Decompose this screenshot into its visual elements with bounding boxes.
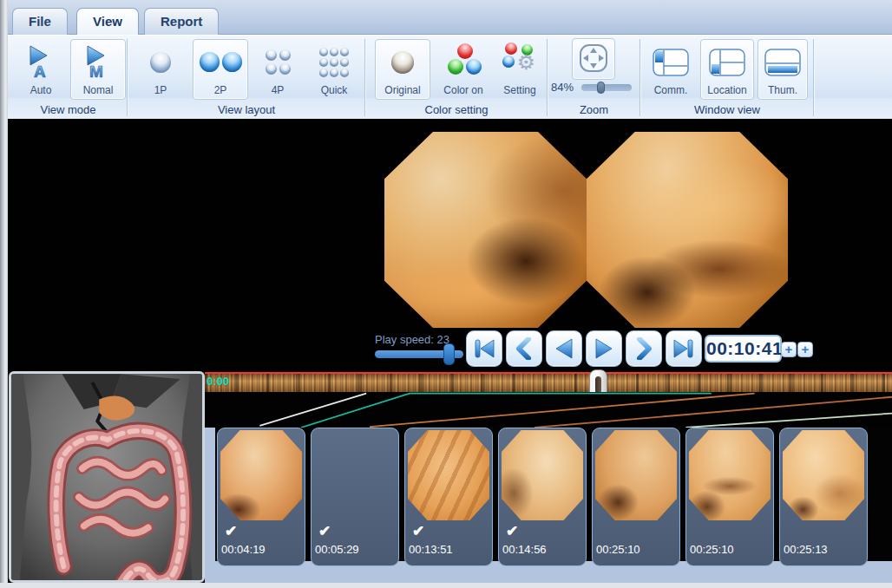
group-view-mode: A Auto M Nomal View mode [10, 36, 127, 120]
step-forward-button[interactable] [626, 330, 662, 367]
add-marker-button-1[interactable]: + [781, 342, 797, 357]
play-backward-button[interactable] [546, 330, 582, 367]
scrubber-grip [595, 376, 601, 394]
layout-1p-button[interactable]: 1P [135, 39, 186, 100]
thumbnail-card[interactable]: 00:25:10 [592, 428, 680, 566]
button-label: Setting [503, 84, 535, 97]
thumbnail-timestamp: 00:25:10 [690, 543, 734, 556]
anatomy-map [11, 374, 202, 580]
two-pane-icon [193, 40, 247, 84]
graph-line-pale-green [685, 414, 892, 428]
button-label: Auto [30, 84, 52, 97]
auto-mode-button[interactable]: A Auto [14, 39, 68, 100]
layout-4p-button[interactable]: 4P [253, 39, 303, 100]
original-color-button[interactable]: Original [375, 39, 430, 100]
layout-quick-button[interactable]: Quick [307, 39, 361, 100]
play-forward-button[interactable] [586, 330, 622, 367]
group-zoom: 84% Zoom [548, 36, 639, 120]
transit-graph [205, 392, 892, 428]
four-pane-icon [253, 40, 302, 84]
triangle-right-icon [593, 337, 615, 360]
check-icon: ✔ [225, 522, 237, 540]
tab-view[interactable]: View [76, 8, 139, 36]
button-label: Color on [443, 84, 482, 97]
svg-text:A: A [34, 62, 46, 80]
chevron-left-icon [513, 337, 535, 360]
quick-grid-icon [308, 40, 360, 84]
original-sphere-icon [376, 40, 430, 84]
color-setting-button[interactable]: ⚙ Setting [495, 39, 545, 100]
zoom-slider[interactable] [581, 84, 632, 91]
group-caption: Color setting [366, 103, 547, 118]
zoom-fit-button[interactable] [572, 38, 615, 80]
location-layout-icon [701, 40, 753, 84]
graph-line-orange-1 [370, 394, 755, 428]
endoscopy-video-left [384, 132, 587, 328]
thumbnail-card[interactable]: 00:25:13 [779, 428, 868, 566]
add-marker-button-2[interactable]: + [797, 342, 813, 357]
skip-start-icon [472, 337, 496, 360]
skip-end-icon [672, 337, 696, 360]
thumbnail-strip-edge [205, 428, 215, 561]
comm-layout-icon [646, 40, 696, 84]
layout-2p-button[interactable]: 2P [193, 39, 248, 100]
button-label: 2P [214, 84, 227, 97]
thumbnail-card[interactable]: ✔00:05:29 [311, 428, 399, 566]
thumbnail-timestamp: 00:13:51 [409, 543, 453, 556]
thumbnail-card[interactable]: ✔00:04:19 [217, 428, 305, 566]
anatomy-location-panel [9, 371, 205, 583]
nomal-mode-button[interactable]: M Nomal [70, 39, 126, 100]
window-frame-left [0, 0, 8, 588]
check-icon: ✔ [506, 522, 518, 540]
one-pane-icon [136, 40, 185, 84]
thumbnail-strip: ✔00:04:19✔00:05:29✔00:13:51✔00:14:5600:2… [205, 428, 892, 583]
thumbnail-image [220, 430, 302, 520]
zoom-slider-handle[interactable] [597, 82, 605, 94]
color-on-button[interactable]: Color on [436, 39, 491, 100]
thumbnail-image [689, 430, 771, 520]
group-caption: Window view [641, 103, 813, 118]
transit-graph-canvas [205, 392, 892, 428]
button-label: 4P [272, 84, 285, 97]
triangle-left-icon [553, 337, 575, 360]
group-caption: View mode [10, 103, 127, 118]
play-speed-handle[interactable] [443, 343, 455, 365]
group-color-setting: Original Color on ⚙ Setting Color settin… [366, 36, 547, 120]
thumbnail-timestamp: 00:14:56 [502, 543, 547, 556]
button-label: Original [384, 84, 420, 97]
button-label: Quick [321, 84, 348, 97]
timeline-track[interactable]: 0:00 [205, 372, 892, 392]
ribbon: A Auto M Nomal View mode 1P 2P 4P [8, 35, 892, 119]
thumbnail-timestamp: 00:05:29 [315, 543, 359, 556]
timeline-start-label: 0:00 [207, 375, 229, 388]
timeline-color-bar[interactable] [205, 374, 892, 392]
skip-to-start-button[interactable] [466, 330, 502, 367]
thumbnail-image [783, 430, 864, 520]
thumbnail-timestamp: 00:04:19 [221, 543, 266, 556]
step-back-button[interactable] [506, 330, 542, 367]
video-viewport: Play speed: 23 00:10:41 + + [8, 119, 892, 371]
thumbnail-timestamp: 00:25:10 [596, 543, 640, 556]
thumbnail-layout-icon [758, 40, 807, 84]
skip-to-end-button[interactable] [666, 330, 702, 367]
button-label: 1P [154, 84, 167, 97]
tab-report[interactable]: Report [144, 8, 219, 35]
check-icon: ✔ [318, 522, 331, 540]
thumbnail-image [502, 430, 583, 520]
thumbnail-image [314, 430, 396, 520]
location-window-button[interactable]: Location [700, 39, 754, 100]
chevron-right-icon [633, 337, 655, 360]
group-separator [813, 39, 815, 116]
check-icon: ✔ [412, 522, 424, 540]
thumbnail-card[interactable]: ✔00:14:56 [498, 428, 587, 566]
button-label: Thum. [768, 84, 797, 97]
play-speed-slider[interactable] [375, 350, 463, 358]
thumbnail-card[interactable]: 00:25:10 [685, 428, 774, 566]
auto-play-icon: A [15, 40, 67, 84]
graph-line-teal [301, 394, 712, 428]
thumbnail-card[interactable]: ✔00:13:51 [404, 428, 493, 566]
tab-file[interactable]: File [12, 8, 68, 35]
thumbnail-image [595, 430, 677, 520]
comm-window-button[interactable]: Comm. [645, 39, 697, 100]
thum-window-button[interactable]: Thum. [758, 39, 808, 100]
